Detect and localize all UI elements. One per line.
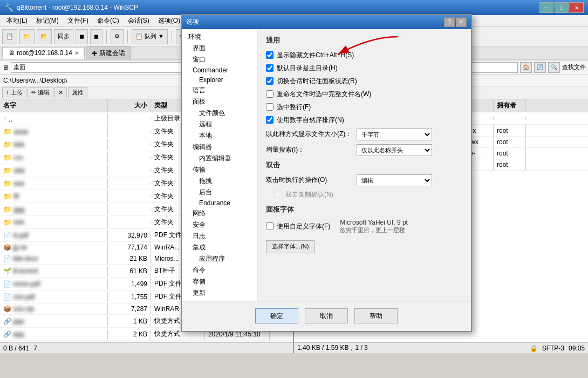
incremental-select[interactable]: 仅以此名称开头 包含 精确匹配 [357,144,432,156]
tree-item-ui[interactable]: 界面 [182,43,257,54]
options-dialog: 选项 ? ✕ 环境 界面 窗口 Commander Explorer 语言 面板… [181,14,472,332]
dialog-body: 环境 界面 窗口 Commander Explorer 语言 面板 文件颜色 远… [182,29,471,301]
option-default-dir: 默认目录是主目录(H) [266,64,462,73]
select-row-checkbox[interactable] [266,103,274,111]
tree-item-integration[interactable]: 集成 [182,242,257,253]
font-custom-checkbox[interactable] [266,222,274,230]
font-section: 使用自定义字体(F) Microsoft YaHei UI, 9 pt 欲穷千里… [266,219,462,253]
font-preview: Microsoft YaHei UI, 9 pt 欲穷千里目，更上一层楼 [340,219,408,234]
remember-panel-label: 切换会话时记住面板状态(R) [277,77,357,86]
file-size-label: 以此种方式显示文件大小(Z)： [266,130,352,139]
tree-item-storage[interactable]: 存储 [182,276,257,287]
show-hidden-checkbox[interactable] [266,51,274,59]
dialog-overlay: 选项 ? ✕ 环境 界面 窗口 Commander Explorer 语言 面板… [0,0,588,378]
tree-item-transfer[interactable]: 传输 [182,164,257,176]
section-font-title: 面板字体 [266,205,462,214]
default-dir-checkbox[interactable] [266,64,274,72]
tree-item-network[interactable]: 网络 [182,208,257,219]
option-natural-sort: 使用数字自然序排序(N) [266,116,462,125]
dialog-close-button[interactable]: ✕ [456,17,467,27]
help-button[interactable]: 帮助 [354,308,398,323]
tree-item-explorer[interactable]: Explorer [182,75,257,85]
tree-item-editor[interactable]: 编辑器 [182,141,257,153]
dblclick-confirm-label: 双击复制确认(N) [285,190,333,199]
dialog-title-bar: 选项 ? ✕ [182,15,471,29]
section-dblclick-title: 双击 [266,160,462,170]
option-rename-select: 重命名文件时选中完整文件名(W) [266,90,462,99]
file-size-row: 以此种方式显示文件大小(Z)： 千字节 字节 MB 自动 [266,129,462,140]
tree-item-endurance[interactable]: Endurance [182,198,257,208]
font-preview-text: 欲穷千里目，更上一层楼 [340,226,408,234]
tree-item-local[interactable]: 本地 [182,130,257,141]
tree-item-window[interactable]: 窗口 [182,54,257,65]
tree-item-drag[interactable]: 拖拽 [182,176,257,187]
dblclick-label: 双击时执行的操作(O) [266,176,352,185]
dblclick-confirm-checkbox[interactable] [275,191,282,198]
tree-item-remote[interactable]: 远程 [182,119,257,130]
section-general-title: 通用 [266,36,462,45]
tree-item-commander[interactable]: Commander [182,65,257,75]
tree-item-background[interactable]: 后台 [182,187,257,198]
font-custom-row: 使用自定义字体(F) Microsoft YaHei UI, 9 pt 欲穷千里… [266,219,462,234]
incremental-label: 增量搜索(I)： [266,145,352,154]
select-row-label: 选中整行(F) [277,103,311,112]
rename-select-checkbox[interactable] [266,90,274,98]
show-hidden-label: 显示隐藏文件Ctrl+Alt+H(S) [277,51,354,60]
option-select-row: 选中整行(F) [266,103,462,112]
rename-select-label: 重命名文件时选中完整文件名(W) [277,90,371,99]
default-dir-label: 默认目录是主目录(H) [277,64,338,73]
dialog-content: 通用 显示隐藏文件Ctrl+Alt+H(S) 默认目录是主目录(H) 切换会话时… [257,29,471,301]
tree-item-log[interactable]: 日志 [182,231,257,242]
dialog-title-text: 选项 [186,17,199,26]
dblclick-select[interactable]: 编辑 打开 打开/编辑 [357,174,432,186]
tree-item-commands[interactable]: 命令 [182,265,257,276]
tree-item-env[interactable]: 环境 [182,31,257,43]
tree-item-update[interactable]: 更新 [182,287,257,299]
incremental-row: 增量搜索(I)： 仅以此名称开头 包含 精确匹配 [266,144,462,156]
dblclick-row: 双击时执行的操作(O) 编辑 打开 打开/编辑 [266,174,462,186]
file-size-select[interactable]: 千字节 字节 MB 自动 [357,129,432,140]
tree-item-file-color[interactable]: 文件颜色 [182,107,257,119]
natural-sort-checkbox[interactable] [266,116,274,124]
dialog-footer: 确定 取消 帮助 [182,301,471,331]
dialog-help-button[interactable]: ? [444,17,455,27]
select-font-button[interactable]: 选择字体...(N) [266,240,314,253]
dialog-tree: 环境 界面 窗口 Commander Explorer 语言 面板 文件颜色 远… [182,29,257,301]
font-name-text: Microsoft YaHei UI, 9 pt [340,219,408,226]
remember-panel-checkbox[interactable] [266,77,274,85]
option-remember-panel: 切换会话时记住面板状态(R) [266,77,462,86]
tree-item-apps[interactable]: 应用程序 [182,253,257,265]
cancel-button[interactable]: 取消 [305,308,348,323]
option-show-hidden: 显示隐藏文件Ctrl+Alt+H(S) [266,51,462,60]
natural-sort-label: 使用数字自然序排序(N) [277,116,344,125]
tree-item-security[interactable]: 安全 [182,219,257,231]
tree-item-builtin-editor[interactable]: 内置编辑器 [182,153,257,164]
ok-button[interactable]: 确定 [255,308,298,323]
font-custom-label: 使用自定义字体(F) [277,222,330,231]
tree-item-panel[interactable]: 面板 [182,96,257,107]
tree-item-lang[interactable]: 语言 [182,85,257,96]
option-dblclick-confirm: 双击复制确认(N) [266,190,462,199]
